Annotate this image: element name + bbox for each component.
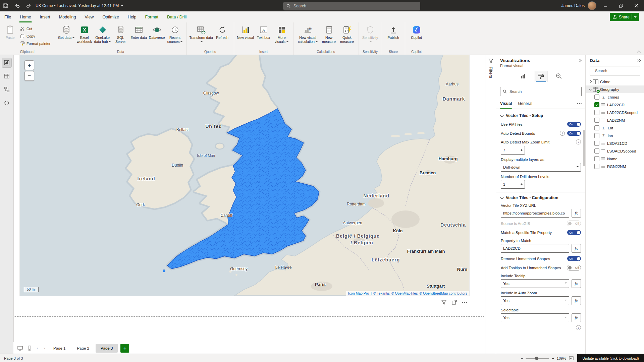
report-canvas[interactable]: Glasgow Belfast United Isle of Man Dubli… xyxy=(13,55,485,342)
info-icon[interactable]: i xyxy=(560,131,565,136)
more-visuals-button[interactable]: More visuals xyxy=(273,24,291,44)
collapse-ribbon-button[interactable] xyxy=(637,50,641,53)
copy-button[interactable]: Copy xyxy=(18,33,52,39)
zoom-in-button[interactable]: + xyxy=(24,60,34,70)
dax-query-view-button[interactable] xyxy=(2,98,11,108)
format-search-input[interactable] xyxy=(509,89,579,94)
tab-insert[interactable]: Insert xyxy=(36,11,55,22)
tooltips-unmatched-toggle[interactable]: Off xyxy=(567,265,581,270)
transform-data-button[interactable]: Transform data xyxy=(189,24,213,44)
new-visual-calculation-button[interactable]: fx New visual calculation xyxy=(296,24,320,44)
format-search[interactable] xyxy=(500,87,582,96)
desktop-layout-icon[interactable] xyxy=(16,344,24,352)
fx-conditional-formatting-button[interactable]: fx xyxy=(572,279,581,288)
sql-server-button[interactable]: SQL Server xyxy=(112,24,130,44)
user-name[interactable]: James Dales xyxy=(561,3,585,8)
more-options-icon[interactable] xyxy=(577,103,582,104)
document-title[interactable]: UK Crime • Last saved: Yesterday at 12:4… xyxy=(36,3,123,8)
attribution-link[interactable]: © Tekantis xyxy=(373,291,390,295)
onelake-data-hub-button[interactable]: OneLake data hub xyxy=(94,24,112,44)
global-search-input[interactable] xyxy=(293,3,417,9)
auto-detect-bounds-toggle[interactable]: On xyxy=(567,131,581,136)
table-view-button[interactable] xyxy=(2,71,11,81)
fx-conditional-formatting-button[interactable]: fx xyxy=(572,313,581,322)
map-canvas[interactable] xyxy=(20,55,469,296)
info-icon[interactable]: i xyxy=(576,139,581,144)
attribution-link[interactable]: Icon Map Pro xyxy=(348,291,369,295)
remove-unmatched-toggle[interactable]: On xyxy=(567,256,581,261)
tab-format[interactable]: Format xyxy=(141,11,163,22)
drill-levels-input[interactable]: 1 xyxy=(501,180,525,189)
save-icon[interactable] xyxy=(0,0,11,11)
table-geography[interactable]: Geography xyxy=(586,85,644,93)
tab-visual[interactable]: Visual xyxy=(500,99,512,109)
close-button[interactable] xyxy=(629,0,644,11)
tab-general[interactable]: General xyxy=(518,99,532,109)
redo-icon[interactable] xyxy=(23,0,34,11)
tab-modeling[interactable]: Modeling xyxy=(55,11,80,22)
display-layers-dropdown[interactable]: Drill-down xyxy=(501,163,581,172)
data-search-input[interactable] xyxy=(594,68,644,73)
new-measure-button[interactable]: New measure xyxy=(320,24,338,44)
dataverse-button[interactable]: Dataverse xyxy=(148,24,166,40)
tab-help[interactable]: Help xyxy=(123,11,141,22)
info-icon[interactable]: i xyxy=(576,325,581,330)
model-view-button[interactable] xyxy=(2,85,11,94)
zoom-slider-thumb[interactable] xyxy=(535,357,538,360)
icon-map-visual[interactable]: Glasgow Belfast United Isle of Man Dubli… xyxy=(19,55,470,296)
update-banner[interactable]: Update available (click to download) xyxy=(577,354,644,362)
add-page-button[interactable]: + xyxy=(120,344,129,353)
field-checkbox[interactable] xyxy=(594,164,599,169)
field-checkbox[interactable] xyxy=(594,156,599,161)
collapse-pane-icon[interactable] xyxy=(636,59,640,62)
max-zoom-input[interactable]: 7 xyxy=(501,146,525,155)
scrollbar-thumb[interactable] xyxy=(583,130,585,166)
fit-to-page-icon[interactable] xyxy=(569,356,574,360)
page-tab-2[interactable]: Page 2 xyxy=(72,344,94,353)
filter-icon[interactable] xyxy=(441,300,446,305)
page-tab-3[interactable]: Page 3 xyxy=(96,344,118,353)
field-checkbox[interactable] xyxy=(594,148,599,154)
field-checkbox[interactable] xyxy=(594,141,599,146)
global-search[interactable] xyxy=(283,2,420,10)
data-search[interactable] xyxy=(590,66,640,75)
zoom-out-button[interactable]: − xyxy=(24,71,34,81)
fx-conditional-formatting-button[interactable]: fx xyxy=(572,296,581,305)
focus-mode-icon[interactable] xyxy=(452,300,457,305)
field-row[interactable]: LAD22CDScoped xyxy=(586,109,644,116)
quick-measure-button[interactable]: Quick measure xyxy=(338,24,356,44)
page-tab-1[interactable]: Page 1 xyxy=(48,344,70,353)
field-row[interactable]: Σ crimes xyxy=(586,93,644,101)
tab-view[interactable]: View xyxy=(80,11,98,22)
field-row[interactable]: Σ lon xyxy=(586,132,644,139)
field-checkbox[interactable] xyxy=(594,102,599,107)
get-data-button[interactable]: Get data xyxy=(57,24,75,40)
field-checkbox[interactable] xyxy=(594,110,599,115)
stepper[interactable] xyxy=(521,148,523,152)
build-visual-icon[interactable] xyxy=(517,71,529,81)
zoom-out-button[interactable]: − xyxy=(521,356,523,360)
tab-optimize[interactable]: Optimize xyxy=(98,11,123,22)
more-options-icon[interactable] xyxy=(462,302,467,303)
zoom-level[interactable]: 109% xyxy=(557,356,566,360)
attribution-link[interactable]: © OpenStreetMap contributors xyxy=(419,291,467,295)
cut-button[interactable]: Cut xyxy=(18,25,52,32)
fx-conditional-formatting-button[interactable]: fx xyxy=(572,209,581,218)
publish-button[interactable]: Publish xyxy=(384,24,402,40)
attribution-link[interactable]: © OpenMapTiles xyxy=(391,291,418,295)
section-vector-tiles-setup[interactable]: Vector Tiles - Setup xyxy=(501,110,581,120)
copilot-button[interactable]: Copilot xyxy=(408,24,426,40)
field-row[interactable]: LAD22CD xyxy=(586,101,644,109)
next-page-icon[interactable]: › xyxy=(42,346,47,351)
previous-page-icon[interactable]: ‹ xyxy=(35,346,40,351)
new-visual-button[interactable]: New visual xyxy=(236,24,255,40)
undo-icon[interactable] xyxy=(11,0,23,11)
include-auto-zoom-dropdown[interactable]: Yes xyxy=(501,296,569,305)
table-crime[interactable]: Crime xyxy=(586,78,644,85)
include-tooltip-dropdown[interactable]: Yes xyxy=(501,279,569,288)
analytics-icon[interactable] xyxy=(553,71,565,81)
collapse-pane-icon[interactable] xyxy=(578,59,582,62)
field-checkbox[interactable] xyxy=(594,125,599,130)
format-painter-button[interactable]: Format painter xyxy=(18,40,52,47)
field-row[interactable]: Σ Lat xyxy=(586,124,644,132)
